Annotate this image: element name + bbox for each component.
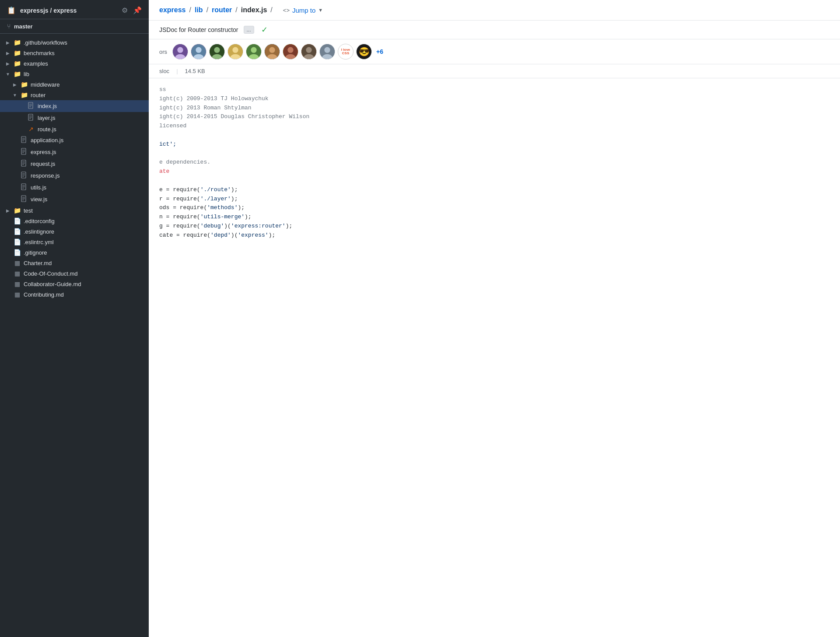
- code-line: ight(c) 2014-2015 Douglas Christopher Wi…: [159, 112, 830, 122]
- chevron-icon: ▶: [5, 40, 10, 45]
- symlink-icon: ↗: [27, 126, 35, 133]
- branch-name: master: [14, 23, 33, 30]
- avatar-11[interactable]: 😎: [356, 44, 372, 60]
- file-js-icon: [20, 160, 28, 168]
- breadcrumb-current: index.js: [241, 6, 267, 14]
- tree-item-.editorconfig[interactable]: 📄.editorconfig: [0, 216, 149, 226]
- tree-item-label: benchmarks: [24, 50, 55, 56]
- code-line: ate: [159, 167, 830, 176]
- repo-name[interactable]: expressjs / express: [20, 7, 77, 14]
- tree-item-label: Charter.md: [24, 260, 52, 266]
- breadcrumb-lib[interactable]: lib: [195, 6, 203, 14]
- chevron-icon: ▼: [5, 72, 10, 77]
- tree-item-label: middleware: [31, 81, 60, 88]
- file-sloc: sloc: [159, 68, 169, 74]
- avatar-3[interactable]: [209, 44, 225, 60]
- avatar-9[interactable]: [319, 44, 335, 60]
- code-line: r = require('./layer');: [159, 195, 830, 204]
- tree-item-github-workflows[interactable]: ▶📁.github/workflows: [0, 37, 149, 48]
- commit-message: JSDoc for Router constructor: [159, 26, 238, 33]
- contributors-label: ors: [159, 49, 167, 55]
- tree-item-route.js[interactable]: ↗route.js: [0, 124, 149, 134]
- chevron-icon: ▼: [12, 93, 18, 98]
- avatar-6[interactable]: [264, 44, 280, 60]
- repo-icon: 📋: [7, 6, 16, 14]
- avatar-1[interactable]: [172, 44, 188, 60]
- avatar-4[interactable]: [228, 44, 243, 60]
- tree-item-benchmarks[interactable]: ▶📁benchmarks: [0, 48, 149, 58]
- tree-item-.gitignore[interactable]: 📄.gitignore: [0, 247, 149, 258]
- tree-item-utils.js[interactable]: utils.js: [0, 182, 149, 193]
- breadcrumb-router[interactable]: router: [212, 6, 232, 14]
- settings-icon[interactable]: ⚙: [122, 6, 128, 14]
- file-icon: 📄: [13, 217, 21, 224]
- tree-item-lib[interactable]: ▼📁lib: [0, 69, 149, 79]
- file-js-icon: [20, 172, 28, 180]
- code-area[interactable]: ss ight(c) 2009-2013 TJ Holowaychuk ight…: [149, 78, 840, 637]
- svg-point-33: [177, 47, 183, 53]
- code-line: [159, 149, 830, 158]
- tree-item-index.js[interactable]: index.js: [0, 100, 149, 112]
- svg-point-54: [306, 47, 312, 53]
- contributors-bar: ors I loveCSS �: [149, 39, 840, 64]
- jump-to-label: Jump to: [292, 7, 315, 14]
- tree-item-view.js[interactable]: view.js: [0, 193, 149, 205]
- tree-item-label: router: [31, 92, 46, 98]
- tree-item-label: express.js: [31, 149, 56, 155]
- tree-item-Contributing.md[interactable]: ▦Contributing.md: [0, 289, 149, 300]
- tree-item-layer.js[interactable]: layer.js: [0, 112, 149, 124]
- tree-item-.eslintignore[interactable]: 📄.eslintignore: [0, 226, 149, 237]
- code-line: n = require('utils-merge');: [159, 213, 830, 222]
- pin-icon[interactable]: 📌: [133, 6, 142, 14]
- svg-point-57: [324, 47, 330, 53]
- code-line: cate = require('depd')('express');: [159, 231, 830, 240]
- tree-item-request.js[interactable]: request.js: [0, 158, 149, 170]
- avatar-5[interactable]: [246, 44, 262, 60]
- main-content: express / lib / router / index.js / <> J…: [149, 0, 840, 637]
- file-js-icon: [20, 183, 28, 192]
- avatar-7[interactable]: [283, 44, 298, 60]
- file-js-icon: [20, 148, 28, 156]
- commit-ellipsis[interactable]: ...: [244, 26, 254, 34]
- breadcrumb: express / lib / router / index.js / <> J…: [149, 0, 840, 21]
- tree-item-Collaborator-Guide.md[interactable]: ▦Collaborator-Guide.md: [0, 279, 149, 289]
- code-line: ight(c) 2009-2013 TJ Holowaychuk: [159, 94, 830, 104]
- tree-item-router[interactable]: ▼📁router: [0, 90, 149, 100]
- tree-item-examples[interactable]: ▶📁examples: [0, 58, 149, 69]
- breadcrumb-express[interactable]: express: [159, 6, 186, 14]
- avatar-10[interactable]: I loveCSS: [338, 44, 354, 60]
- tree-item-.eslintrc.yml[interactable]: 📄.eslintrc.yml: [0, 237, 149, 247]
- tree-item-Code-Of-Conduct.md[interactable]: ▦Code-Of-Conduct.md: [0, 268, 149, 279]
- branch-icon: ⑂: [7, 23, 10, 30]
- tree-item-middleware[interactable]: ▶📁middleware: [0, 79, 149, 90]
- tree-item-application.js[interactable]: application.js: [0, 134, 149, 146]
- tree-item-label: view.js: [31, 196, 47, 203]
- file-size: 14.5 KB: [185, 68, 205, 74]
- code-line: [159, 176, 830, 186]
- avatar-2[interactable]: [191, 44, 206, 60]
- avatar-8[interactable]: [301, 44, 317, 60]
- file-tree: ▶📁.github/workflows▶📁benchmarks▶📁example…: [0, 34, 149, 637]
- folder-icon: 📁: [13, 70, 21, 77]
- jump-to-button[interactable]: <> Jump to ▼: [283, 7, 323, 14]
- tree-item-label: test: [24, 207, 33, 214]
- tree-item-label: Contributing.md: [24, 291, 64, 298]
- chevron-icon: ▶: [5, 51, 10, 56]
- contributors-more[interactable]: +6: [376, 48, 383, 55]
- folder-icon: 📁: [13, 60, 21, 67]
- tree-item-express.js[interactable]: express.js: [0, 146, 149, 158]
- sidebar-header: 📋 expressjs / express ⚙ 📌: [0, 0, 149, 19]
- file-js-icon: [27, 102, 35, 110]
- svg-point-36: [196, 47, 201, 53]
- file-js-icon: [27, 114, 35, 122]
- jump-icon: <>: [283, 7, 290, 14]
- code-line: ods = require('methods');: [159, 203, 830, 213]
- commit-bar: JSDoc for Router constructor ... ✓: [149, 21, 840, 39]
- tree-item-label: layer.js: [38, 115, 55, 121]
- tree-item-response.js[interactable]: response.js: [0, 170, 149, 182]
- tree-item-test[interactable]: ▶📁test: [0, 205, 149, 216]
- svg-point-45: [251, 47, 256, 53]
- tree-item-Charter.md[interactable]: ▦Charter.md: [0, 258, 149, 268]
- tree-item-label: .eslintignore: [24, 228, 54, 235]
- file-icon: 📄: [13, 228, 21, 235]
